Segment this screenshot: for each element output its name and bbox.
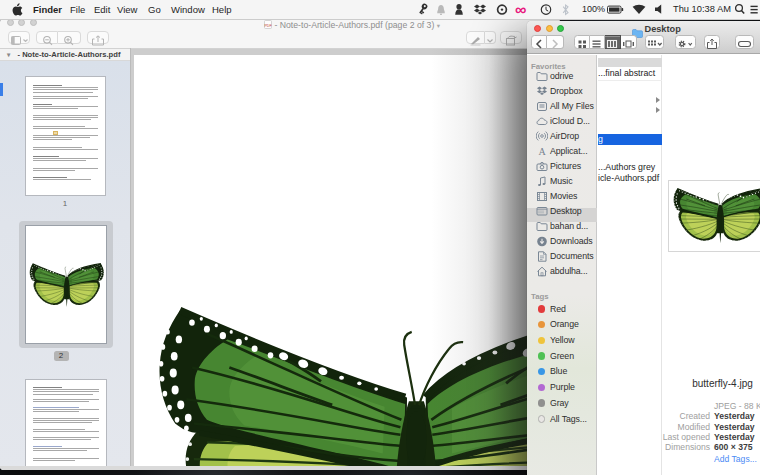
svg-text:A: A: [538, 146, 546, 157]
svg-text:∞: ∞: [515, 3, 526, 17]
svg-text:PDF: PDF: [264, 23, 272, 27]
